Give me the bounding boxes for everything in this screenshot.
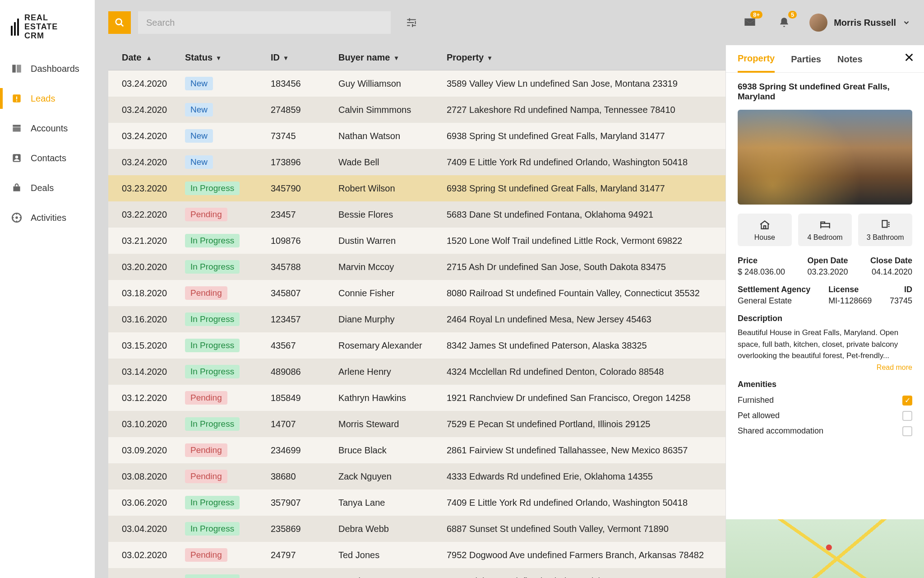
cell-id: 123457 (271, 314, 338, 325)
status-badge: Pending (185, 286, 227, 300)
amenity-row: Shared accommodation (738, 424, 912, 439)
mail-button[interactable]: 8+ (741, 14, 759, 32)
cell-id: 14707 (271, 419, 338, 429)
search-input[interactable] (138, 11, 391, 34)
sidebar: REAL ESTATE CRM DashboardsLeadsAccountsC… (0, 0, 95, 578)
amenity-checkbox[interactable]: ✓ (902, 396, 912, 406)
tab-parties[interactable]: Parties (791, 54, 821, 72)
cell-status: In Progress (185, 417, 271, 431)
sidebar-item-label: Deals (31, 183, 54, 193)
svg-rect-9 (13, 186, 20, 191)
svg-point-11 (15, 217, 18, 219)
search-button[interactable] (108, 11, 131, 34)
agency-value: General Estate (738, 296, 810, 306)
cell-buyer: Rosemary Alexander (338, 340, 447, 351)
status-badge: Pending (185, 470, 227, 483)
sidebar-item-dashboards[interactable]: Dashboards (0, 54, 95, 84)
tab-property[interactable]: Property (738, 53, 775, 73)
cell-buyer: Nathan Watson (338, 131, 447, 141)
column-buyer[interactable]: Buyer name▾ (338, 52, 447, 63)
cell-date: 03.24.2020 (108, 79, 185, 89)
tune-icon (406, 17, 417, 28)
cell-id: 489086 (271, 367, 338, 377)
license-label: License (828, 285, 872, 294)
cell-id: 109876 (271, 236, 338, 246)
sidebar-item-deals[interactable]: Deals (0, 173, 95, 203)
cell-date: 03.06.2020 (108, 498, 185, 508)
sidebar-item-accounts[interactable]: Accounts (0, 113, 95, 143)
open-date-value: 03.23.2020 (807, 267, 848, 277)
svg-rect-5 (13, 125, 20, 127)
cell-id: 43567 (271, 340, 338, 351)
status-badge: In Progress (185, 417, 240, 431)
cell-status: In Progress (185, 234, 271, 247)
status-badge: In Progress (185, 496, 240, 509)
chip-type: House (738, 214, 792, 246)
sidebar-item-label: Accounts (31, 123, 68, 134)
cell-status: Pending (185, 286, 271, 300)
sidebar-item-contacts[interactable]: Contacts (0, 143, 95, 173)
cell-status: In Progress (185, 574, 271, 578)
notifications-button[interactable]: 5 (775, 14, 793, 32)
cell-buyer: Bessie Flores (338, 210, 447, 220)
cell-status: New (185, 155, 271, 169)
location-map[interactable] (726, 519, 924, 578)
license-value: MI-1128669 (828, 296, 872, 306)
avatar (809, 14, 827, 32)
column-status[interactable]: Status▾ (185, 52, 271, 63)
read-more-link[interactable]: Read more (738, 364, 912, 372)
cell-status: New (185, 129, 271, 143)
cell-date: 03.02.2020 (108, 550, 185, 560)
svg-rect-0 (12, 65, 16, 73)
status-badge: Pending (185, 443, 227, 457)
cell-buyer: Diane Murphy (338, 314, 447, 325)
cell-id: 24797 (271, 550, 338, 560)
cell-status: In Progress (185, 312, 271, 326)
cell-status: Pending (185, 208, 271, 221)
status-badge: Pending (185, 208, 227, 221)
close-date-value: 04.14.2020 (870, 267, 912, 277)
cell-id: 173896 (271, 157, 338, 168)
amenity-checkbox[interactable] (902, 426, 912, 436)
status-badge: Pending (185, 391, 227, 405)
cell-id: 234699 (271, 445, 338, 456)
chevron-down-icon: ▾ (395, 54, 398, 61)
cell-id: 38680 (271, 471, 338, 482)
cell-buyer: Marvin Mccoy (338, 262, 447, 272)
amenity-label: Pet allowed (738, 411, 780, 420)
cell-status: In Progress (185, 522, 271, 536)
chevron-down-icon: ▾ (488, 54, 491, 61)
open-date-label: Open Date (807, 256, 848, 266)
close-button[interactable] (904, 51, 914, 65)
user-menu[interactable]: Morris Russell (809, 14, 910, 32)
cell-id: 167896 (271, 576, 338, 578)
cell-buyer: Debra Webb (338, 524, 447, 534)
status-badge: In Progress (185, 339, 240, 352)
user-name: Morris Russell (834, 18, 896, 28)
sidebar-item-label: Leads (31, 93, 55, 104)
column-date[interactable]: Date▲ (108, 52, 185, 63)
cell-date: 03.24.2020 (108, 131, 185, 141)
amenity-row: Pet allowed (738, 408, 912, 424)
cell-date: 03.24.2020 (108, 157, 185, 168)
bathroom-icon (878, 219, 892, 231)
sidebar-item-activities[interactable]: Activities (0, 203, 95, 233)
cell-status: Pending (185, 391, 271, 405)
cell-status: Pending (185, 548, 271, 562)
svg-rect-4 (16, 101, 17, 102)
cell-id: 23457 (271, 210, 338, 220)
cell-buyer: Kathryn Hawkins (338, 393, 447, 403)
cell-buyer: Calvin Simmmons (338, 105, 447, 115)
amenity-checkbox[interactable] (902, 411, 912, 421)
svg-rect-16 (821, 224, 830, 227)
filter-button[interactable] (402, 14, 420, 32)
cell-buyer: Dustin Warren (338, 236, 447, 246)
cell-status: In Progress (185, 496, 271, 509)
cell-date: 03.10.2020 (108, 419, 185, 429)
cell-date: 03.23.2020 (108, 183, 185, 194)
tab-notes[interactable]: Notes (837, 54, 863, 72)
activities-icon (11, 212, 23, 224)
sidebar-item-leads[interactable]: Leads (0, 84, 95, 113)
column-id[interactable]: ID▾ (271, 52, 338, 63)
search-icon (115, 18, 125, 28)
